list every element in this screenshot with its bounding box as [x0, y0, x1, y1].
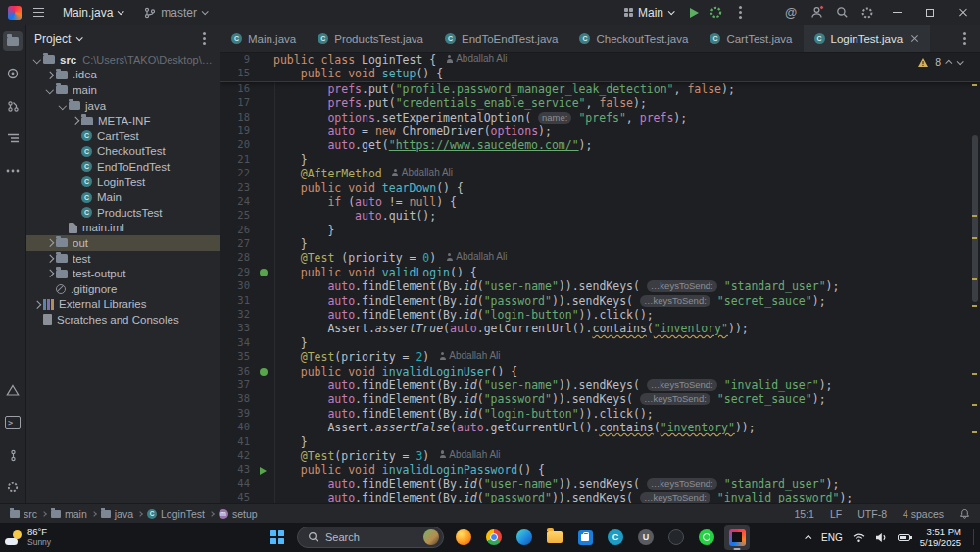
code-line-32[interactable]: 32 auto.findElement(By.id("login-button"… [220, 308, 980, 322]
code-line-28[interactable]: 28 @Test (priority = 0)Abdallah Ali [220, 251, 980, 265]
breadcrumb-logintest[interactable]: CLoginTest [147, 508, 205, 520]
breadcrumb-setup[interactable]: msetup [219, 508, 258, 520]
branch-widget[interactable]: master [137, 3, 214, 23]
code-line-44[interactable]: 44 auto.findElement(By.id("user-name")).… [220, 477, 980, 491]
tab-productstest-java[interactable]: CProductsTest.java [307, 25, 434, 52]
start-button[interactable] [265, 525, 290, 550]
tree-item-carttest[interactable]: CCartTest [26, 128, 220, 144]
tree-item-main[interactable]: main [26, 82, 220, 98]
code-with-me-button[interactable]: @ [778, 0, 804, 25]
taskbar-app-intellij[interactable] [724, 525, 750, 550]
tree-item-gitignore[interactable]: .gitignore [26, 281, 220, 297]
caret-position[interactable]: 15:1 [795, 508, 814, 520]
structure-toolwindow-button[interactable] [3, 128, 23, 148]
volume-icon[interactable] [875, 532, 888, 543]
settings-button[interactable] [855, 0, 880, 25]
tree-item-test-output[interactable]: test-output [26, 266, 220, 281]
taskbar-clock[interactable]: 3:51 PM 5/19/2025 [920, 527, 961, 548]
code-line-33[interactable]: 33 Assert.assertTrue(auto.getCurrentUrl(… [220, 322, 980, 335]
tree-item-productstest[interactable]: CProductsTest [26, 205, 220, 221]
project-panel-header[interactable]: Project [26, 25, 220, 52]
file-encoding[interactable]: UTF-8 [858, 508, 887, 520]
tree-item-endtoendtest[interactable]: CEndToEndTest [26, 159, 220, 175]
code-line-15[interactable]: 15 public void setup() { [220, 67, 980, 80]
tree-item-main[interactable]: CMain [26, 189, 220, 205]
code-line-39[interactable]: 39 auto.findElement(By.id("login-button"… [220, 407, 980, 421]
code-line-26[interactable]: 26 } [220, 224, 980, 237]
code-line-34[interactable]: 34 } [220, 336, 980, 350]
taskbar-search[interactable]: Search [297, 527, 444, 548]
minimize-button[interactable] [880, 0, 913, 25]
run-config-selector[interactable]: Main [617, 3, 680, 23]
breadcrumb-src[interactable]: src [10, 508, 37, 520]
project-toolwindow-button[interactable] [3, 31, 23, 51]
tree-item-meta-inf[interactable]: META-INF [26, 113, 220, 128]
tab-endtoendtest-java[interactable]: CEndToEndTest.java [434, 25, 568, 52]
scrollbar-thumb[interactable] [972, 135, 978, 302]
search-highlight-image[interactable] [423, 529, 439, 545]
taskbar-app-u-app[interactable]: U [633, 525, 659, 550]
code-line-25[interactable]: 25 auto.quit(); [220, 209, 980, 223]
code-line-17[interactable]: 17 prefs.put("credentials_enable_service… [220, 96, 980, 110]
taskbar-app-store[interactable] [572, 525, 598, 550]
code-line-45[interactable]: 45 auto.findElement(By.id("password")).s… [220, 491, 980, 503]
tree-item-scratches-and-consoles[interactable]: Scratches and Consoles [26, 312, 220, 327]
line-ending[interactable]: LF [830, 508, 842, 520]
main-menu-icon[interactable] [29, 4, 48, 21]
tree-item-src[interactable]: srcC:\Users\TAKO\Desktop\Project\Pro [26, 52, 220, 68]
code-line-42[interactable]: 42 @Test(priority = 3)Abdallah Ali [220, 449, 980, 463]
breadcrumb-java[interactable]: java [101, 508, 133, 520]
run-test-icon[interactable] [253, 365, 273, 378]
code-line-21[interactable]: 21 } [220, 153, 980, 167]
show-desktop-button[interactable] [973, 529, 974, 545]
tree-item-checkouttest[interactable]: CCheckoutTest [26, 144, 220, 160]
tab-logintest-java[interactable]: CLoginTest.java [804, 25, 931, 52]
code-line-9[interactable]: 9public class LoginTest {Abdallah Ali [220, 53, 980, 67]
code-line-36[interactable]: 36 public void invalidLoginUser() { [220, 365, 980, 378]
profile-button[interactable] [804, 0, 829, 25]
pull-requests-toolwindow-button[interactable] [3, 96, 23, 116]
more-actions-icon[interactable] [739, 11, 742, 14]
code-line-30[interactable]: 30 auto.findElement(By.id("user-name")).… [220, 279, 980, 293]
indent-setting[interactable]: 4 spaces [903, 508, 944, 520]
taskbar-app-folder[interactable] [542, 525, 567, 550]
code-line-16[interactable]: 16 prefs.put("profile.password_manager_l… [220, 82, 980, 96]
code-line-37[interactable]: 37 auto.findElement(By.id("user-name")).… [220, 378, 980, 392]
taskbar-app-firefox[interactable] [451, 525, 476, 550]
code-line-38[interactable]: 38 auto.findElement(By.id("password")).s… [220, 392, 980, 406]
tree-item-logintest[interactable]: CLoginTest [26, 175, 220, 190]
tray-overflow-icon[interactable] [805, 534, 811, 541]
taskbar-app-c-app[interactable]: C [603, 525, 628, 550]
more-toolwindows-icon[interactable] [3, 161, 23, 180]
tab-options-icon[interactable] [963, 37, 966, 40]
close-tab-icon[interactable] [910, 34, 919, 43]
language-indicator[interactable]: ENG [821, 532, 843, 543]
code-line-35[interactable]: 35 @Test(priority = 2)Abdallah Ali [220, 350, 980, 364]
code-line-22[interactable]: 22 @AfterMethodAbdallah Ali [220, 167, 980, 180]
run-test-icon[interactable] [253, 266, 273, 279]
play-test-icon[interactable] [253, 463, 273, 477]
tree-item-main-iml[interactable]: main.iml [26, 221, 220, 236]
terminal-toolwindow-button[interactable]: >_ [3, 413, 23, 432]
taskbar-app-edge[interactable] [512, 525, 537, 550]
inspections-widget[interactable]: 8 [917, 56, 962, 68]
problems-toolwindow-button[interactable] [3, 380, 23, 400]
code-line-29[interactable]: 29 public void validLogin() { [220, 266, 980, 279]
run-settings-gear-icon[interactable] [709, 5, 723, 20]
tree-item-test[interactable]: test [26, 251, 220, 267]
notifications-bell-icon[interactable] [959, 508, 970, 519]
battery-icon[interactable] [898, 534, 910, 541]
breadcrumb-main[interactable]: main [51, 508, 87, 520]
tree-item-idea[interactable]: .idea [26, 68, 220, 83]
code-line-41[interactable]: 41 } [220, 435, 980, 449]
git-toolwindow-button[interactable] [3, 445, 23, 465]
wifi-icon[interactable] [853, 532, 865, 543]
code-line-23[interactable]: 23 public void tearDown() { [220, 181, 980, 195]
close-button[interactable] [947, 0, 980, 25]
tab-carttest-java[interactable]: CCartTest.java [699, 25, 803, 52]
tab-checkouttest-java[interactable]: CCheckoutTest.java [568, 25, 699, 52]
weather-widget[interactable]: 86°F Sunny [5, 527, 51, 547]
run-button[interactable] [690, 8, 699, 18]
services-toolwindow-button[interactable] [3, 477, 23, 497]
panel-options-icon[interactable] [203, 37, 206, 40]
